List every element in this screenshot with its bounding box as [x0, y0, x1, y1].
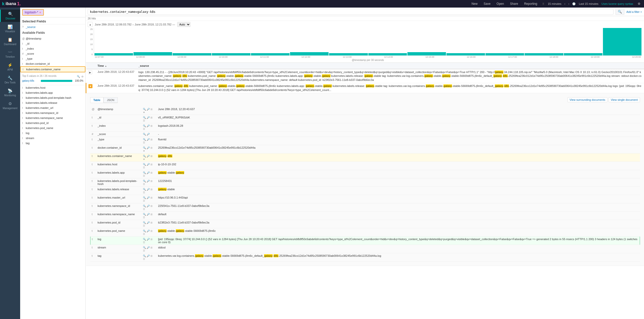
new-button[interactable]: New	[470, 2, 479, 6]
detail-action-col-docker[interactable]: ★	[143, 149, 145, 152]
hist-bar-2[interactable]	[173, 53, 211, 55]
detail-action-zoom-in-app[interactable]: 🔍	[143, 171, 146, 174]
detail-action-zoom-in-tag[interactable]: 🔍	[143, 254, 146, 257]
detail-action-col-stream[interactable]: ☰	[143, 249, 145, 252]
detail-action-filter-k8s-c[interactable]: ⊞	[150, 155, 152, 157]
detail-action-col-rel[interactable]: ☰	[143, 191, 145, 194]
detail-action-zoom-in-k8s-c[interactable]: 🔍	[143, 155, 146, 157]
open-button[interactable]: Open	[495, 2, 505, 6]
detail-action-zoom-in-score[interactable]: 🔍	[143, 133, 146, 136]
histogram-collapse-btn[interactable]: ▲	[88, 22, 93, 27]
search-button[interactable]: 🔍	[616, 9, 624, 15]
detail-action-col-log[interactable]: ☰	[143, 241, 145, 244]
detail-action-filter-nsname[interactable]: ⊞	[150, 213, 152, 216]
detail-action-zoom-out-id[interactable]: 🔎	[147, 116, 150, 119]
detail-action-zoom-in-podname[interactable]: 🔍	[143, 230, 146, 232]
lucene-link[interactable]: Uses lucene query syntax	[601, 2, 633, 5]
field-item-index[interactable]: t _index	[20, 46, 85, 51]
field-item-log[interactable]: t log	[20, 131, 85, 136]
row-0-expand-btn[interactable]: ▶	[88, 70, 92, 74]
hist-bar-1[interactable]	[134, 52, 172, 55]
field-item-k8s-labels-app[interactable]: t kubernetes.labels.app	[20, 90, 85, 95]
detail-action-zoom-out-k8s-h[interactable]: 🔎	[147, 163, 150, 166]
detail-action-zoom-in-rel[interactable]: 🔍	[143, 188, 146, 191]
field-item-type[interactable]: t _type	[20, 56, 85, 61]
detail-action-col-type[interactable]: ☰	[143, 141, 145, 144]
detail-action-filter-app[interactable]: ⊞	[150, 171, 152, 174]
detail-action-zoom-out-docker[interactable]: 🔎	[147, 146, 150, 149]
detail-action-zoom-out-tag[interactable]: 🔎	[147, 254, 150, 257]
detail-action-zoom-out-podname[interactable]: 🔎	[147, 230, 150, 232]
detail-action-zoom-in-podid[interactable]: 🔍	[143, 221, 146, 224]
detail-action-zoom-in-hash[interactable]: 🔍	[143, 180, 146, 182]
detail-action-col-tag[interactable]: ☰	[143, 258, 145, 260]
detail-action-col-hash[interactable]: ☰	[143, 183, 145, 185]
hist-bar-11[interactable]	[525, 53, 563, 55]
field-item-id[interactable]: t _id	[20, 41, 85, 46]
detail-action-zoom-out-rel[interactable]: 🔎	[147, 188, 150, 191]
detail-action-zoom-out-nsname[interactable]: 🔎	[147, 213, 150, 216]
field-item-k8s-host[interactable]: t kubernetes.host	[20, 85, 85, 90]
search-settings-icon[interactable]: ⚙	[636, 2, 642, 6]
detail-action-zoom-in-docker[interactable]: 🔍	[143, 146, 146, 149]
detail-action-filter-stream[interactable]: ⊞	[150, 246, 152, 249]
detail-action-zoom-out-score[interactable]: 🔎	[147, 133, 150, 136]
detail-action-col-podname[interactable]: ☰	[143, 233, 145, 235]
field-item-score[interactable]: # _score	[20, 51, 85, 56]
hist-bar-6[interactable]	[329, 53, 368, 55]
row-1-expand-btn[interactable]: ▼	[88, 84, 92, 88]
filter-add-button[interactable]: Add a filter +	[626, 10, 642, 13]
detail-action-zoom-out-nsid[interactable]: 🔎	[147, 205, 150, 207]
hist-bar-13[interactable]	[603, 28, 641, 55]
detail-action-col-podid[interactable]: ☰	[143, 224, 145, 227]
detail-action-filter-docker[interactable]: ⊞	[150, 146, 152, 149]
sidebar-item-management[interactable]: ⚙ Management	[0, 99, 20, 112]
detail-action-col-id[interactable]: ☰	[143, 119, 145, 122]
hist-bar-10[interactable]	[486, 53, 524, 55]
field-item-source[interactable]: ? _source	[20, 24, 85, 29]
detail-action-zoom-out-stream[interactable]: 🔎	[147, 246, 150, 249]
detail-action-filter-type[interactable]: ⊞	[150, 138, 152, 141]
field-item-stream[interactable]: t stream	[20, 136, 85, 141]
detail-action-zoom-in-nsid[interactable]: 🔍	[143, 205, 146, 207]
detail-action-filter-id[interactable]: ⊞	[150, 116, 152, 119]
sidebar-item-discover[interactable]: 🔍 Discover	[0, 10, 20, 22]
detail-action-filter-podid[interactable]: ⊞	[150, 221, 152, 224]
field-item-k8s-labels-release[interactable]: t kubernetes.labels.release	[20, 100, 85, 105]
detail-action-filter-nsid[interactable]: ⊞	[150, 205, 152, 207]
field-item-k8s-pod-id[interactable]: t kubernetes.pod_id	[20, 120, 85, 125]
detail-action-zoom-out-type[interactable]: 🔎	[147, 138, 150, 141]
field-item-k8s-labels-hash[interactable]: t kubernetes.labels.pod-template-hash	[20, 95, 85, 100]
field-item-k8s-master[interactable]: t kubernetes.master_url	[20, 105, 85, 110]
time-interval[interactable]: 15 minutes	[548, 2, 561, 5]
detail-action-filter-tag[interactable]: ⊞	[150, 254, 152, 257]
detail-action-filter-k8s-h[interactable]: ⊞	[150, 163, 152, 166]
detail-action-filter[interactable]: ⊞	[150, 108, 152, 111]
field-item-k8s-ns-name[interactable]: t kubernetes.namespace_name	[20, 115, 85, 120]
detail-action-filter-rel[interactable]: ⊞	[150, 188, 152, 191]
detail-action-col-k8s-h[interactable]: ☰	[143, 166, 145, 169]
detail-action-filter-master[interactable]: ⊞	[150, 196, 152, 199]
detail-action-zoom-in[interactable]: 🔍	[143, 108, 146, 111]
hist-bar-12[interactable]	[564, 53, 602, 55]
detail-action-zoom-out-log[interactable]: 🔎	[147, 238, 150, 241]
view-single-btn[interactable]: View single document	[608, 97, 640, 102]
detail-action-filter-podname[interactable]: ⊞	[150, 230, 152, 232]
hist-bar-7[interactable]	[368, 53, 407, 55]
sidebar-item-visualize[interactable]: 📊 Visualize	[0, 22, 20, 35]
detail-action-zoom-out-index[interactable]: 🔎	[147, 124, 150, 127]
detail-action-col-master[interactable]: ☰	[143, 199, 145, 202]
detail-action-zoom-in-stream[interactable]: 🔍	[143, 246, 146, 249]
detail-action-filter-log[interactable]: ⊞	[150, 238, 152, 241]
hist-bar-9[interactable]	[446, 53, 485, 55]
detail-action-zoom-out-master[interactable]: 🔎	[147, 196, 150, 199]
field-item-k8s-pod-name[interactable]: t kubernetes.pod_name	[20, 125, 85, 131]
hist-bar-0[interactable]	[94, 53, 133, 55]
field-item-k8s-ns-id[interactable]: t kubernetes.namespace_id	[20, 110, 85, 115]
nav-arrow-left[interactable]: ‹	[564, 2, 565, 5]
field-item-k8s-container[interactable]: t kubernetes.container_name	[20, 66, 85, 72]
sidebar-item-apm[interactable]: ⚡ APM	[0, 61, 20, 73]
top5-zoom-icon[interactable]: 🔍	[77, 75, 80, 78]
detail-action-col-k8s-c[interactable]: ★	[143, 158, 145, 161]
share-button[interactable]: Share	[508, 2, 520, 6]
